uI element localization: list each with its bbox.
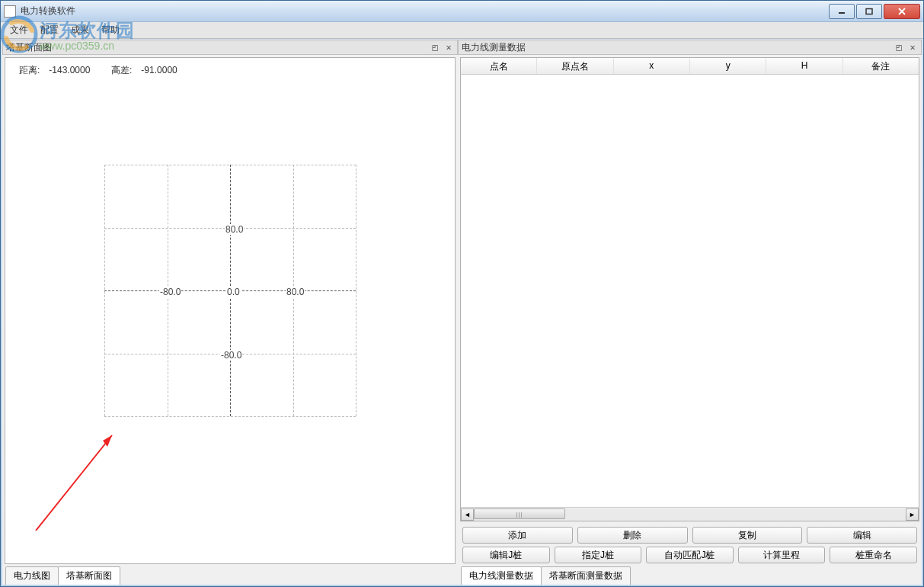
x-tick-pos: 80.0 (286, 287, 305, 297)
left-pane-tabs: 电力线图 塔基断面图 (2, 566, 458, 585)
scroll-right-icon[interactable]: ► (906, 508, 919, 521)
tab-tower-section-data[interactable]: 塔基断面测量数据 (541, 566, 631, 585)
auto-match-jstake-button[interactable]: 自动匹配J桩 (646, 547, 734, 563)
dock-icon[interactable]: ◰ (430, 42, 440, 53)
scroll-track[interactable] (474, 508, 906, 521)
svg-rect-1 (866, 8, 872, 14)
horizontal-scrollbar[interactable]: ◄ ► (461, 507, 919, 521)
menubar: 文件 配置 成果 帮助 (1, 22, 923, 39)
tab-powerline-chart[interactable]: 电力线图 (5, 566, 59, 585)
menu-results[interactable]: 成果 (65, 22, 95, 38)
col-point-name[interactable]: 点名 (461, 58, 537, 74)
y-tick-pos: 80.0 (225, 224, 244, 235)
dock-icon[interactable]: ◰ (894, 42, 904, 53)
app-icon (4, 5, 16, 18)
button-row-2: 编辑J桩 指定J桩 自动匹配J桩 计算里程 桩重命名 (462, 547, 917, 563)
svg-line-4 (36, 435, 112, 531)
y-tick-neg: -80.0 (220, 350, 242, 361)
tab-powerline-data[interactable]: 电力线测量数据 (461, 566, 542, 585)
pane-close-icon[interactable]: ✕ (443, 42, 454, 53)
close-button[interactable] (884, 4, 920, 19)
window-frame: 电力转换软件 文件 配置 成果 帮助 塔基断面图 ◰ ✕ (0, 0, 924, 587)
pane-close-icon[interactable]: ✕ (907, 42, 918, 53)
window-title: 电力转换软件 (21, 5, 827, 18)
button-row-1: 添加 删除 复制 编辑 (462, 527, 917, 544)
assign-jstake-button[interactable]: 指定J桩 (555, 547, 642, 563)
copy-button[interactable]: 复制 (692, 527, 803, 544)
window-controls (827, 4, 920, 19)
menu-help[interactable]: 帮助 (95, 22, 126, 38)
edit-jstake-button[interactable]: 编辑J桩 (462, 547, 550, 563)
minimize-icon (837, 8, 846, 15)
chart-grid: -80.0 0.0 80.0 80.0 -80.0 (104, 165, 356, 416)
arrow-annotation (28, 431, 120, 531)
maximize-button[interactable] (856, 4, 882, 19)
x-tick-zero: 0.0 (226, 287, 241, 297)
height-label: 高差:-91.0000 (111, 65, 187, 75)
left-pane-header: 塔基断面图 ◰ ✕ (2, 40, 458, 55)
scroll-thumb[interactable] (474, 508, 565, 519)
add-button[interactable]: 添加 (462, 527, 573, 544)
x-tick-neg: -80.0 (159, 287, 181, 297)
col-h[interactable]: H (766, 58, 842, 74)
minimize-button[interactable] (829, 4, 855, 19)
col-orig-point-name[interactable]: 原点名 (537, 58, 613, 74)
col-remark[interactable]: 备注 (843, 58, 919, 74)
tab-tower-section-chart[interactable]: 塔基断面图 (58, 566, 120, 585)
close-icon (897, 8, 906, 15)
chart-panel: 距离:-143.0000 高差:-91.0000 (5, 57, 456, 564)
scroll-left-icon[interactable]: ◄ (461, 508, 474, 521)
chart-info: 距离:-143.0000 高差:-91.0000 (19, 64, 196, 77)
chart-area[interactable]: 距离:-143.0000 高差:-91.0000 (5, 58, 455, 563)
left-pane: 塔基断面图 ◰ ✕ 距离:-143.0000 高差:-91.0000 (2, 40, 458, 585)
calc-mileage-button[interactable]: 计算里程 (738, 547, 826, 563)
menu-config[interactable]: 配置 (34, 22, 65, 38)
menu-file[interactable]: 文件 (4, 22, 34, 38)
right-pane-header: 电力线测量数据 ◰ ✕ (458, 40, 922, 55)
content-area: 塔基断面图 ◰ ✕ 距离:-143.0000 高差:-91.0000 (2, 40, 922, 585)
table-panel: 点名 原点名 x y H 备注 ◄ ► (460, 57, 919, 521)
right-pane-tabs: 电力线测量数据 塔基断面测量数据 (458, 566, 922, 585)
titlebar: 电力转换软件 (1, 1, 923, 22)
maximize-icon (865, 8, 874, 15)
distance-label: 距离:-143.0000 (19, 65, 99, 75)
col-x[interactable]: x (614, 58, 690, 74)
svg-marker-5 (103, 435, 112, 447)
right-pane: 电力线测量数据 ◰ ✕ 点名 原点名 x y H 备注 ◄ (458, 40, 922, 585)
table-area: 点名 原点名 x y H 备注 ◄ ► (461, 58, 919, 521)
left-pane-title: 塔基断面图 (6, 41, 427, 54)
col-y[interactable]: y (690, 58, 766, 74)
right-pane-title: 电力线测量数据 (462, 41, 890, 54)
rename-stake-button[interactable]: 桩重命名 (830, 547, 917, 563)
table-body[interactable] (461, 75, 919, 507)
delete-button[interactable]: 删除 (577, 527, 688, 544)
button-rows: 添加 删除 复制 编辑 编辑J桩 指定J桩 自动匹配J桩 计算里程 桩重命名 (458, 524, 922, 566)
edit-button[interactable]: 编辑 (807, 527, 917, 544)
table-header: 点名 原点名 x y H 备注 (461, 58, 919, 75)
